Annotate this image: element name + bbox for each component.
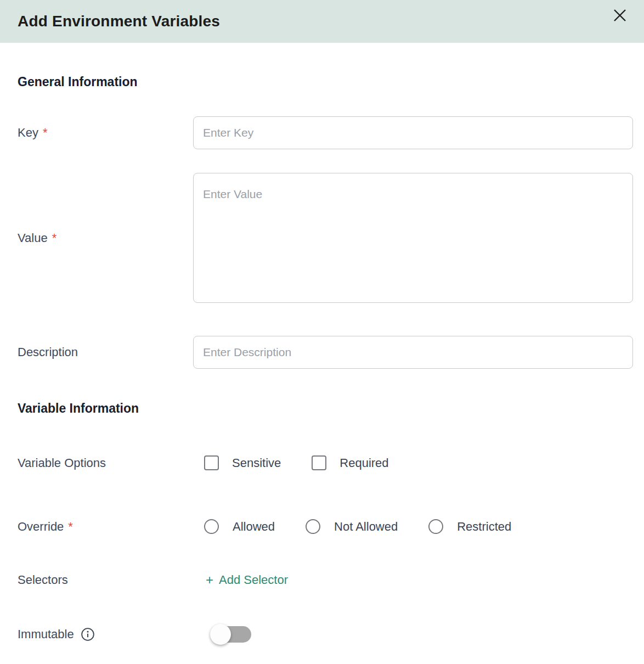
value-field-row: Value * xyxy=(18,173,633,303)
key-required-asterisk: * xyxy=(43,126,48,140)
required-checkbox-option[interactable]: Required xyxy=(312,455,388,470)
not-allowed-radio[interactable] xyxy=(306,519,320,534)
override-restricted-option[interactable]: Restricted xyxy=(428,519,511,534)
plus-icon: + xyxy=(206,572,213,588)
key-label: Key * xyxy=(18,126,193,140)
immutable-label-text: Immutable xyxy=(18,627,74,642)
immutable-row: Immutable xyxy=(18,626,633,643)
add-selector-button[interactable]: + Add Selector xyxy=(204,572,288,588)
override-row: Override * Allowed Not Allowed Restricte… xyxy=(18,519,633,534)
section-heading-variable: Variable Information xyxy=(18,401,633,416)
modal-body: General Information Key * Value * Descri… xyxy=(0,43,644,643)
close-icon xyxy=(612,8,628,23)
description-label: Description xyxy=(18,345,193,359)
modal-title: Add Environment Variables xyxy=(18,13,220,30)
close-button[interactable] xyxy=(611,7,629,24)
value-textarea[interactable] xyxy=(193,173,633,303)
variable-options-row: Variable Options Sensitive Required xyxy=(18,455,633,470)
selectors-row: Selectors + Add Selector xyxy=(18,572,633,588)
sensitive-checkbox-option[interactable]: Sensitive xyxy=(204,455,281,470)
key-field-row: Key * xyxy=(18,116,633,149)
allowed-label: Allowed xyxy=(233,520,275,534)
description-field-row: Description xyxy=(18,336,633,369)
variable-options-group: Sensitive Required xyxy=(193,455,633,470)
section-heading-general: General Information xyxy=(18,74,633,89)
description-field-col xyxy=(193,336,633,369)
value-label: Value * xyxy=(18,231,193,245)
restricted-label: Restricted xyxy=(457,520,511,534)
allowed-radio[interactable] xyxy=(204,519,219,534)
sensitive-checkbox[interactable] xyxy=(204,455,219,470)
info-icon[interactable] xyxy=(81,627,95,642)
selectors-label-text: Selectors xyxy=(18,573,68,587)
not-allowed-label: Not Allowed xyxy=(334,520,398,534)
key-field-col xyxy=(193,116,633,149)
selectors-label: Selectors xyxy=(18,573,193,587)
immutable-control xyxy=(193,626,633,643)
required-checkbox[interactable] xyxy=(312,455,326,470)
key-input[interactable] xyxy=(193,116,633,149)
value-required-asterisk: * xyxy=(52,231,57,245)
override-label: Override * xyxy=(18,520,193,534)
restricted-radio[interactable] xyxy=(428,519,443,534)
override-not-allowed-option[interactable]: Not Allowed xyxy=(306,519,398,534)
description-label-text: Description xyxy=(18,345,78,359)
override-label-text: Override xyxy=(18,520,64,534)
sensitive-label: Sensitive xyxy=(232,456,281,470)
description-input[interactable] xyxy=(193,336,633,369)
immutable-label-wrap: Immutable xyxy=(18,627,95,642)
add-environment-variables-modal: Add Environment Variables General Inform… xyxy=(0,0,644,664)
immutable-label: Immutable xyxy=(18,627,193,642)
key-label-text: Key xyxy=(18,126,38,140)
override-allowed-option[interactable]: Allowed xyxy=(204,519,275,534)
selectors-control: + Add Selector xyxy=(193,572,633,588)
variable-options-label-text: Variable Options xyxy=(18,456,106,470)
value-label-text: Value xyxy=(18,231,48,245)
add-selector-label: Add Selector xyxy=(219,573,288,587)
immutable-toggle[interactable] xyxy=(212,626,251,643)
override-radio-group: Allowed Not Allowed Restricted xyxy=(193,519,633,534)
value-field-col xyxy=(193,173,633,303)
toggle-knob xyxy=(210,624,231,645)
override-required-asterisk: * xyxy=(68,520,73,534)
variable-options-label: Variable Options xyxy=(18,456,193,470)
required-label: Required xyxy=(340,456,388,470)
modal-header: Add Environment Variables xyxy=(0,0,644,43)
